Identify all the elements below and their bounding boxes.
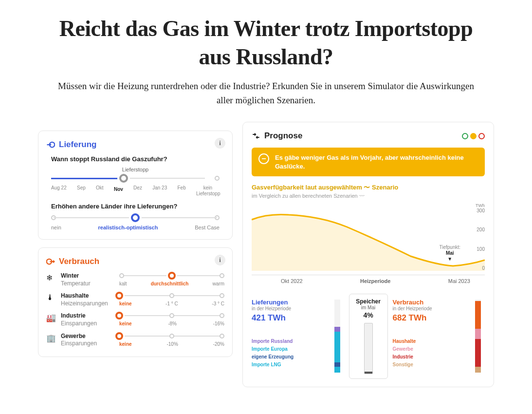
prognosis-card: Prognose − Es gäbe weniger Gas als im Vo…: [242, 122, 494, 387]
availability-chart: TWh300 200 100 0 Tiefpunkt: Mai ▼: [252, 203, 485, 271]
page-headline: Reicht das Gas im Winter trotz Importsto…: [44, 15, 488, 71]
row-icon: 🏭: [46, 313, 56, 322]
storage-widget: Speicher im Mai 4%: [349, 294, 388, 379]
q-russia-stop: Wann stoppt Russland die Gaszufuhr?: [51, 155, 224, 163]
q-other-countries: Erhöhen andere Länder ihre Lieferungen?: [51, 203, 224, 210]
consume-row: ❄ WinterTemperatur kaltdurchschnittlichw…: [46, 272, 224, 287]
chart-subtitle: im Vergleich zu allen berechneten Szenar…: [252, 193, 485, 199]
info-icon[interactable]: i: [215, 255, 225, 265]
arrow-out-icon: [46, 257, 55, 266]
consume-row: 🏭 IndustrieEinsparungen keine-8%-16%: [46, 312, 224, 327]
row-icon: ❄: [46, 273, 56, 282]
consume-slider[interactable]: [119, 312, 224, 319]
consumption-title: Verbrauch: [59, 257, 99, 266]
chart-x-axis: Okt 2022 Heizperiode Mai 2023: [252, 275, 485, 284]
arrow-in-icon: [46, 140, 55, 149]
chart-title: Gasverfügbarkeit laut ausgewähltem 〜 Sze…: [252, 183, 485, 192]
row-icon: 🌡: [46, 293, 56, 302]
consume-row: 🏢 GewerbeEinsparungen keine-10%-20%: [46, 333, 224, 348]
consume-slider[interactable]: [119, 272, 224, 279]
info-icon[interactable]: i: [215, 138, 225, 149]
consume-slider[interactable]: [119, 292, 224, 299]
status-indicator: [462, 133, 485, 139]
other-countries-slider[interactable]: [51, 214, 220, 222]
alert-message: − Es gäbe weniger Gas als im Vorjahr, ab…: [252, 148, 485, 176]
delivery-title: Lieferung: [59, 140, 96, 150]
delivery-card: i Lieferung Wann stoppt Russland die Gas…: [38, 131, 233, 240]
slider-caption: Lieferstopp: [51, 167, 220, 172]
prognosis-title: Prognose: [264, 131, 302, 141]
forecast-icon: [252, 132, 260, 140]
consume-row: 🌡 HaushalteHeizeinsparungen keine-1 ° C-…: [46, 292, 224, 307]
deliveries-widget: Lieferungen in der Heizperiode 421 TWh I…: [252, 299, 344, 379]
consumption-widget: Verbrauch in der Heizperiode 682 TWh Hau…: [393, 299, 485, 379]
row-icon: 🏢: [46, 334, 56, 343]
low-point-label: Tiefpunkt: Mai ▼: [439, 245, 460, 262]
consume-slider[interactable]: [119, 333, 224, 339]
page-subheadline: Müssen wir die Heizung runterdrehen oder…: [49, 79, 483, 107]
minus-circle-icon: −: [258, 153, 269, 164]
russia-stop-slider[interactable]: [51, 174, 220, 182]
consumption-card: i Verbrauch ❄ WinterTemperatur kaltdurch…: [38, 247, 233, 357]
